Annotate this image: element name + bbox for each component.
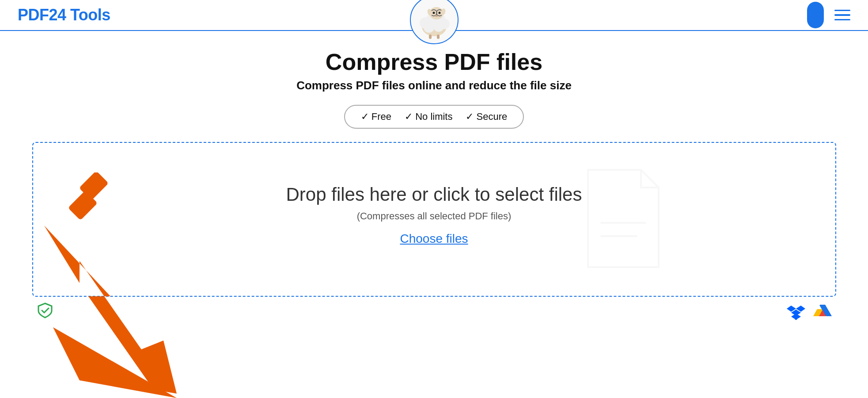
svg-point-11 — [432, 12, 435, 14]
svg-point-28 — [795, 318, 797, 320]
cloud-icons — [787, 304, 832, 321]
badge-secure: ✓ Secure — [466, 111, 507, 122]
header: PDF24 Tools — [0, 0, 868, 31]
arrow-svg — [9, 172, 194, 398]
drop-main-text: Drop files here or click to select files — [286, 184, 582, 205]
drop-sub-text: (Compresses all selected PDF files) — [357, 210, 512, 222]
file-ghost-icon — [579, 165, 667, 273]
choose-files-link[interactable]: Choose files — [400, 232, 468, 246]
google-drive-icon[interactable] — [813, 304, 832, 321]
hamburger-line-3 — [834, 19, 850, 21]
page-title: Compress PDF files — [326, 49, 542, 75]
page-subtitle: Compress PDF files online and reduce the… — [296, 79, 572, 92]
badges-container: ✓ Free ✓ No limits ✓ Secure — [344, 105, 524, 129]
dropbox-icon[interactable] — [787, 304, 805, 321]
hamburger-line-2 — [834, 14, 850, 16]
hamburger-icon[interactable] — [834, 10, 850, 21]
svg-point-6 — [433, 21, 444, 32]
hamburger-line-1 — [834, 10, 850, 11]
header-right — [807, 2, 850, 28]
arrow-decoration — [9, 172, 194, 398]
badge-nolimits: ✓ No limits — [405, 111, 452, 122]
logo[interactable]: PDF24 Tools — [18, 6, 110, 24]
main-content: Compress PDF files Compress PDF files on… — [0, 31, 868, 322]
user-icon[interactable] — [807, 2, 824, 28]
svg-point-13 — [435, 15, 438, 17]
badges-pill: ✓ Free ✓ No limits ✓ Secure — [344, 105, 524, 129]
svg-point-12 — [438, 12, 440, 14]
badge-free: ✓ Free — [361, 111, 391, 122]
